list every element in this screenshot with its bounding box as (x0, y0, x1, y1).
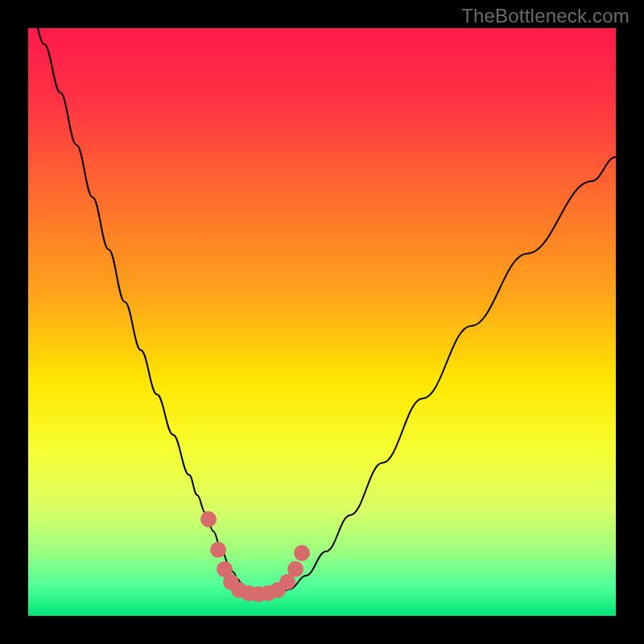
chart-svg (28, 28, 616, 616)
chart-background (28, 28, 616, 616)
plot-area (28, 28, 616, 616)
highlight-dot (210, 542, 226, 558)
highlight-dot (200, 511, 217, 527)
watermark-text: TheBottleneck.com (461, 5, 630, 27)
chart-frame: TheBottleneck.com (0, 0, 644, 644)
highlight-dot (294, 545, 310, 561)
highlight-dot (287, 561, 303, 577)
